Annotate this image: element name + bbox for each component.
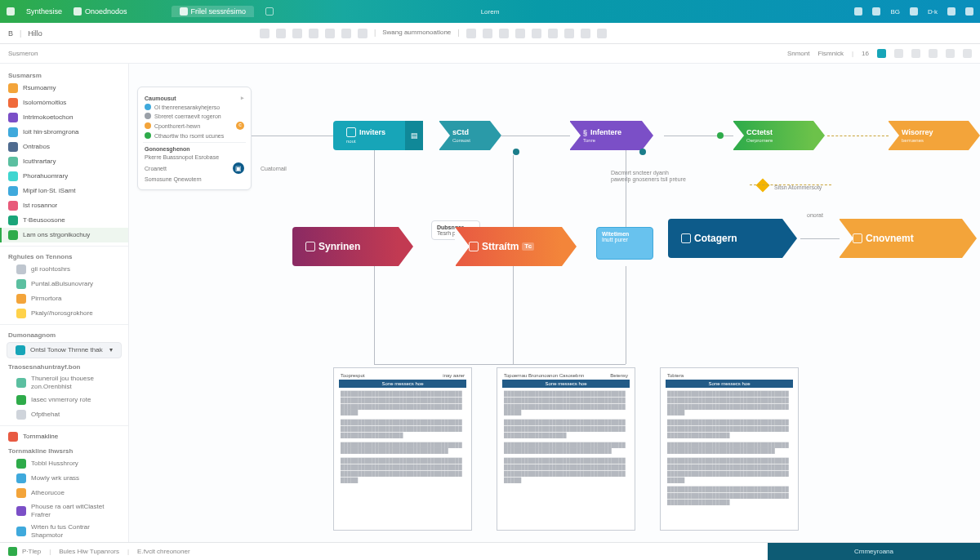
sidebar-item[interactable]: Puntal.aBulsunovrary [0, 277, 128, 291]
sidebar-item[interactable]: Tobbl Husshrory [0, 456, 128, 471]
sidebar-panel-item[interactable]: Ontsl Tonow Thrnne thak ▾ [7, 342, 122, 358]
doc-preview[interactable]: Topoernau Brononoanon CasosebnnBetensy S… [497, 367, 635, 531]
doc-header-left: Tooprespot [341, 373, 365, 378]
doc-preview[interactable]: Tooprespotinay aarer Sone messecs hoe ██… [333, 367, 472, 531]
settings-icon[interactable] [929, 49, 938, 58]
sidebar-item[interactable]: Intrimokoetochon [0, 110, 128, 125]
block-title: Inviters [359, 129, 385, 136]
sidebar-item[interactable]: Pkaly//horosgrokhore [0, 306, 128, 321]
doc-header-right: inay aarer [443, 373, 465, 378]
sidebar-item[interactable]: Ist rosannor [0, 198, 128, 213]
sidebar-item-label: Ontrabos [23, 143, 50, 151]
flow-block-intro[interactable]: §InfentereTonre [570, 121, 653, 150]
flow-block-strain[interactable]: SttraítmTc [456, 227, 577, 266]
sidebar-item[interactable]: Atheorucoe [0, 486, 128, 500]
sidebar-item-label: Iasec vnmerrory rote [31, 396, 91, 404]
document-tab[interactable]: Frilel sessrésimo [172, 6, 255, 17]
sidebar-item[interactable]: Thuneroil jou thouese zon.Orenbhist [0, 372, 128, 393]
tool-icon-16[interactable] [597, 29, 607, 38]
block-title: Synrinen [318, 242, 360, 251]
doc-title-bar: Sone messecs hoe [666, 380, 793, 388]
info-card[interactable]: Caumousut▸ Ol thenrenesarakyhejerso Sbre… [137, 87, 252, 190]
wand-icon[interactable] [854, 7, 862, 16]
crumb-1[interactable]: B [8, 29, 13, 38]
layers-icon[interactable] [894, 49, 903, 58]
more-icon[interactable] [963, 49, 972, 58]
tool-icon-13[interactable] [548, 29, 558, 38]
cloud-icon[interactable] [872, 7, 880, 16]
flow-block-wrap[interactable]: Wisorreyberruenes [889, 121, 980, 150]
doc-title-bar: Sone messecs hoe [502, 380, 630, 388]
sidebar-item[interactable]: T·Beusoosone [0, 213, 128, 228]
sidebar-item[interactable]: Phorahuomrary [0, 169, 128, 184]
dot-icon [145, 122, 151, 129]
tool-icon-6[interactable] [341, 29, 351, 38]
sidebar-item[interactable]: Mowly wrk urass [0, 471, 128, 486]
flow-block-catal[interactable]: sCtdConsost [439, 121, 501, 150]
tool-icon-11[interactable] [515, 29, 525, 38]
color-icon [16, 527, 26, 536]
block-sub: Oerpromere [746, 138, 804, 143]
flow-block-invitees[interactable]: Invitersnout ▤ [333, 121, 416, 150]
overflow-icon[interactable] [965, 7, 973, 16]
sidebar-item-label: Phorahuomrary [23, 172, 68, 180]
tool-icon-4[interactable] [309, 29, 318, 38]
sidebar-item[interactable]: Iasec vnmerrory rote [0, 393, 128, 407]
sidebar-item[interactable]: Ioit hin·sbromgrona [0, 125, 128, 140]
ribbon-search-label[interactable]: Swang aummonoatione [382, 29, 451, 38]
sidebar-item[interactable]: Tornmakline [0, 429, 128, 444]
tool-icon-15[interactable] [581, 29, 590, 38]
sidebar-item[interactable]: Icuthrartary [0, 154, 128, 169]
sidebar-item[interactable]: Rsumoamy [0, 81, 128, 96]
menu-icon[interactable] [7, 7, 15, 16]
color-icon [8, 142, 18, 152]
sidebar-item[interactable]: Pirmortora [0, 291, 128, 306]
share-icon[interactable] [911, 49, 920, 58]
color-icon [16, 395, 26, 405]
sidebar-item-label: gii roohtoshrs [31, 265, 70, 273]
sidebar-item[interactable]: gii roohtoshrs [0, 262, 128, 277]
sidebar-item[interactable]: Wrten fu tus Contrar Shapmotor [0, 521, 128, 541]
flow-block-covenant[interactable]: Cnovnemt [840, 219, 977, 258]
sidebar-item[interactable]: Ontrabos [0, 140, 128, 154]
tool-icon-7[interactable] [358, 29, 368, 38]
diagram-canvas[interactable]: Caumousut▸ Ol thenrenesarakyhejerso Sbre… [129, 64, 980, 542]
tool-icon-9[interactable] [483, 29, 492, 38]
tool-icon-1[interactable] [260, 29, 270, 38]
footer-action-button[interactable]: Cmmeyroana [768, 543, 980, 561]
footer-label-2: Bules Hiw Tupanrors [59, 548, 119, 555]
tool-icon-3[interactable] [292, 29, 302, 38]
dot-icon [145, 132, 151, 139]
tool-icon-12[interactable] [532, 29, 541, 38]
tool-icon-5[interactable] [325, 29, 335, 38]
sidebar-item[interactable]: Lam ons strgonikochuy [0, 228, 128, 242]
mid-process-box[interactable]: Witetimen Inutt purer [596, 227, 653, 260]
project-icon [74, 7, 82, 16]
sidebar-section-3: Dumonaagnom [0, 328, 128, 340]
tab-summary[interactable]: Snmont [787, 50, 810, 57]
crumb-2[interactable]: Hillo [28, 29, 42, 38]
color-icon [16, 309, 26, 318]
flow-block-synmen[interactable]: Synrinen [292, 227, 413, 266]
doc-preview[interactable]: Tobtera Sone messecs hoe ███████████████… [660, 367, 799, 531]
tool-icon-14[interactable] [564, 29, 574, 38]
sidebar-section-5: Tornmakline Ihwsrsh [0, 444, 128, 456]
tabs-icon[interactable] [265, 7, 274, 16]
expand-icon[interactable] [946, 49, 955, 58]
tool-icon-10[interactable] [499, 29, 509, 38]
tool-icon-2[interactable] [276, 29, 286, 38]
flow-block-cotagen[interactable]: Cotagern [668, 219, 797, 258]
tab-feedback[interactable]: Fismnick [817, 50, 844, 57]
sidebar-item[interactable]: Mipif lon·St. iSamt [0, 184, 128, 198]
sidebar-item[interactable]: Ofpthehat [0, 407, 128, 422]
flow-block-cdeter[interactable]: CCtetstOerpromere [733, 121, 825, 150]
secondary-left-label: Susmeron [8, 50, 38, 57]
sidebar-item[interactable]: Isolomómoitlos [0, 96, 128, 110]
panel-icon [16, 345, 25, 355]
tool-icon-8[interactable] [466, 29, 476, 38]
sidebar-item[interactable]: Phouse ra oart witClastet Frafrer [0, 500, 128, 521]
bell-icon[interactable] [910, 7, 918, 16]
block-sub: Tonre [583, 138, 632, 143]
grid-icon[interactable] [947, 7, 956, 16]
zoom-icon[interactable] [877, 49, 886, 58]
